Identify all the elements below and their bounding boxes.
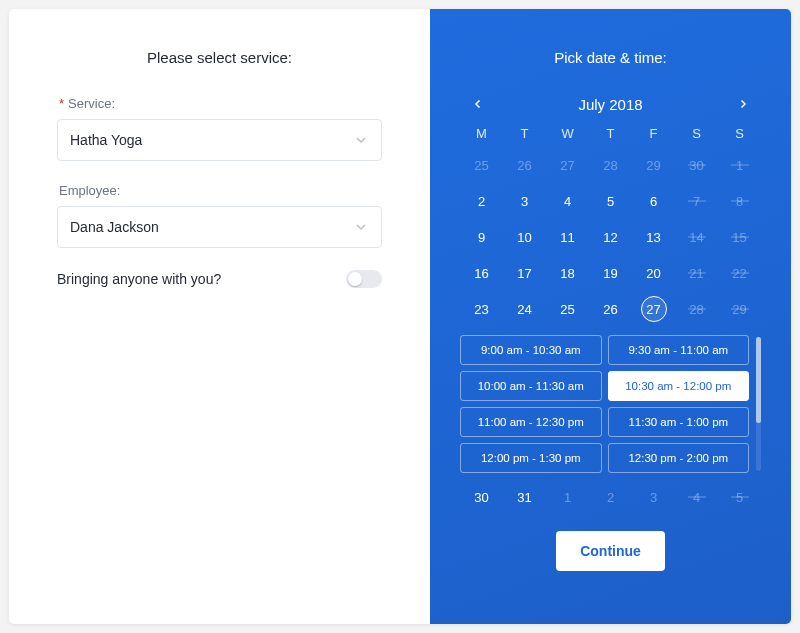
- calendar-month-label: July 2018: [578, 96, 642, 113]
- calendar-day: 30: [675, 153, 718, 177]
- calendar-weekday: F: [632, 126, 675, 141]
- calendar-grid-tail: 303112345: [460, 485, 761, 509]
- calendar-day: 28: [589, 153, 632, 177]
- datetime-panel: Pick date & time: July 2018 MTWTFSS25262…: [430, 9, 791, 624]
- calendar-day: 14: [675, 225, 718, 249]
- calendar-day[interactable]: 5: [589, 189, 632, 213]
- calendar-day[interactable]: 3: [503, 189, 546, 213]
- calendar-weekday: S: [718, 126, 761, 141]
- time-slots-list: 9:00 am - 10:30 am9:30 am - 11:00 am10:0…: [460, 335, 749, 473]
- time-slot[interactable]: 9:30 am - 11:00 am: [608, 335, 749, 365]
- chevron-down-icon: [353, 132, 369, 148]
- calendar-weekday: W: [546, 126, 589, 141]
- calendar-weekday: M: [460, 126, 503, 141]
- calendar-day: 26: [503, 153, 546, 177]
- chevron-down-icon: [353, 219, 369, 235]
- time-slot[interactable]: 11:30 am - 1:00 pm: [608, 407, 749, 437]
- prev-month-button[interactable]: [466, 92, 490, 116]
- service-panel-title: Please select service:: [57, 49, 382, 66]
- calendar-day[interactable]: 26: [589, 297, 632, 321]
- calendar-day: 28: [675, 297, 718, 321]
- bring-anyone-row: Bringing anyone with you?: [57, 270, 382, 288]
- calendar-day[interactable]: 11: [546, 225, 589, 249]
- continue-row: Continue: [460, 531, 761, 571]
- calendar-day[interactable]: 13: [632, 225, 675, 249]
- calendar-day: 15: [718, 225, 761, 249]
- calendar-weekday: S: [675, 126, 718, 141]
- calendar-day[interactable]: 10: [503, 225, 546, 249]
- calendar-day[interactable]: 20: [632, 261, 675, 285]
- calendar-day: 27: [546, 153, 589, 177]
- employee-select-value: Dana Jackson: [70, 219, 353, 235]
- service-select[interactable]: Hatha Yoga: [57, 119, 382, 161]
- calendar-day[interactable]: 31: [503, 485, 546, 509]
- toggle-knob: [348, 272, 362, 286]
- bring-anyone-label: Bringing anyone with you?: [57, 271, 346, 287]
- calendar-day: 22: [718, 261, 761, 285]
- calendar-day[interactable]: 4: [546, 189, 589, 213]
- time-slot[interactable]: 10:00 am - 11:30 am: [460, 371, 601, 401]
- time-slot[interactable]: 12:30 pm - 2:00 pm: [608, 443, 749, 473]
- calendar-grid: MTWTFSS252627282930123456789101112131415…: [460, 126, 761, 321]
- calendar-day: 2: [589, 485, 632, 509]
- calendar-day: 21: [675, 261, 718, 285]
- calendar-day: 5: [718, 485, 761, 509]
- required-star: *: [59, 96, 64, 111]
- calendar-day: 7: [675, 189, 718, 213]
- time-slot[interactable]: 11:00 am - 12:30 pm: [460, 407, 601, 437]
- calendar-day: 3: [632, 485, 675, 509]
- employee-field-label: Employee:: [59, 183, 382, 198]
- calendar-day[interactable]: 17: [503, 261, 546, 285]
- bring-anyone-toggle[interactable]: [346, 270, 382, 288]
- time-slots-wrap: 9:00 am - 10:30 am9:30 am - 11:00 am10:0…: [460, 335, 761, 473]
- time-slot[interactable]: 9:00 am - 10:30 am: [460, 335, 601, 365]
- booking-card: Please select service: *Service: Hatha Y…: [9, 9, 791, 624]
- calendar-day[interactable]: 9: [460, 225, 503, 249]
- calendar-day[interactable]: 12: [589, 225, 632, 249]
- continue-button[interactable]: Continue: [556, 531, 665, 571]
- service-select-value: Hatha Yoga: [70, 132, 353, 148]
- calendar-day[interactable]: 24: [503, 297, 546, 321]
- calendar-day[interactable]: 25: [546, 297, 589, 321]
- calendar-weekday: T: [503, 126, 546, 141]
- calendar-weekday: T: [589, 126, 632, 141]
- datetime-panel-title: Pick date & time:: [460, 49, 761, 66]
- calendar-day: 8: [718, 189, 761, 213]
- service-panel: Please select service: *Service: Hatha Y…: [9, 9, 430, 624]
- calendar-day: 1: [718, 153, 761, 177]
- calendar-day: 25: [460, 153, 503, 177]
- time-slots-scroll-thumb[interactable]: [756, 337, 761, 423]
- employee-select[interactable]: Dana Jackson: [57, 206, 382, 248]
- calendar-day[interactable]: 2: [460, 189, 503, 213]
- calendar-day[interactable]: 30: [460, 485, 503, 509]
- calendar-day: 29: [632, 153, 675, 177]
- calendar-day[interactable]: 16: [460, 261, 503, 285]
- service-field-label: *Service:: [59, 96, 382, 111]
- calendar-day: 4: [675, 485, 718, 509]
- calendar-day[interactable]: 6: [632, 189, 675, 213]
- next-month-button[interactable]: [731, 92, 755, 116]
- calendar-day[interactable]: 23: [460, 297, 503, 321]
- calendar-header: July 2018: [466, 92, 755, 116]
- calendar-day: 1: [546, 485, 589, 509]
- calendar-day[interactable]: 27: [632, 297, 675, 321]
- calendar-day[interactable]: 19: [589, 261, 632, 285]
- time-slot[interactable]: 12:00 pm - 1:30 pm: [460, 443, 601, 473]
- calendar-day: 29: [718, 297, 761, 321]
- calendar-day[interactable]: 18: [546, 261, 589, 285]
- time-slot[interactable]: 10:30 am - 12:00 pm: [608, 371, 749, 401]
